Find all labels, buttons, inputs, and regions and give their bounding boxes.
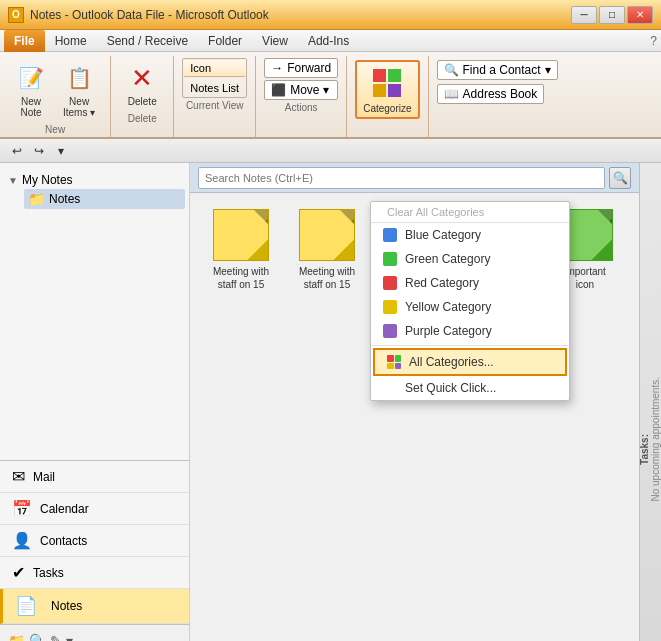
note-item[interactable]: Meeting withstaff on 15 <box>292 209 362 640</box>
all-categories-item[interactable]: All Categories... <box>373 348 567 376</box>
home-menu[interactable]: Home <box>45 32 97 50</box>
note-item[interactable]: Meeting withstaff on 15 <box>206 209 276 640</box>
cat-purple-sq <box>388 84 401 97</box>
notes-tree-label: Notes <box>49 192 80 206</box>
no-appointments-text: No upcoming appointments. <box>650 377 661 502</box>
red-category-label: Red Category <box>405 276 479 290</box>
yellow-category-item[interactable]: Yellow Category <box>371 295 569 319</box>
ribbon-group-actions: → Forward ⬛ Move ▾ Actions <box>256 56 347 137</box>
send-receive-menu[interactable]: Send / Receive <box>97 32 198 50</box>
categorize-section: Categorize <box>347 56 428 137</box>
search-btn[interactable]: 🔍 <box>29 633 46 642</box>
customize-qa-button[interactable]: ▾ <box>52 142 70 160</box>
blue-category-item[interactable]: Blue Category <box>371 223 569 247</box>
notes-list-button[interactable]: Notes List <box>183 79 246 97</box>
red-category-dot <box>383 276 397 290</box>
address-book-icon: 📖 <box>444 87 459 101</box>
purple-category-dot <box>383 324 397 338</box>
mail-nav-item[interactable]: ✉ Mail <box>0 461 189 493</box>
notes-nav-item[interactable]: 📄 Notes <box>0 589 189 624</box>
undo-button[interactable]: ↩ <box>8 142 26 160</box>
mail-label: Mail <box>33 470 55 484</box>
calendar-nav-item[interactable]: 📅 Calendar <box>0 493 189 525</box>
maximize-button[interactable]: □ <box>599 6 625 24</box>
settings-btn[interactable]: ✎ <box>50 633 62 642</box>
new-items-button[interactable]: 📋 NewItems ▾ <box>56 58 102 122</box>
delete-label: Delete <box>128 96 157 107</box>
delete-button[interactable]: ✕ Delete <box>119 58 165 111</box>
address-book-button[interactable]: 📖 Address Book <box>437 84 545 104</box>
close-button[interactable]: ✕ <box>627 6 653 24</box>
yellow-category-label: Yellow Category <box>405 300 491 314</box>
red-category-item[interactable]: Red Category <box>371 271 569 295</box>
green-category-label: Green Category <box>405 252 490 266</box>
dropdown-divider <box>371 345 569 346</box>
redo-button[interactable]: ↪ <box>30 142 48 160</box>
set-quick-click-item[interactable]: Set Quick Click... <box>371 376 569 400</box>
contacts-label: Contacts <box>40 534 87 548</box>
main-layout: ▼ My Notes 📁 Notes ✉ Mail 📅 Calendar 👤 <box>0 163 661 641</box>
note-paper <box>213 209 269 261</box>
actions-buttons: → Forward ⬛ Move ▾ <box>264 58 338 100</box>
blue-category-label: Blue Category <box>405 228 481 242</box>
all-categories-label: All Categories... <box>409 355 494 369</box>
file-menu[interactable]: File <box>4 30 45 52</box>
cat-red-sq <box>373 69 386 82</box>
tasks-label[interactable]: Tasks: <box>639 434 650 465</box>
purple-category-item[interactable]: Purple Category <box>371 319 569 343</box>
purple-category-label: Purple Category <box>405 324 492 338</box>
all-categories-icon <box>387 355 401 369</box>
note-icon <box>213 209 269 261</box>
new-note-button[interactable]: 📝 NewNote <box>8 58 54 122</box>
title-bar-text: Notes - Outlook Data File - Microsoft Ou… <box>30 8 269 22</box>
cat-yellow-sq <box>373 84 386 97</box>
my-notes-item[interactable]: ▼ My Notes <box>4 171 185 189</box>
window-controls[interactable]: ─ □ ✕ <box>571 6 653 24</box>
search-input[interactable] <box>198 167 605 189</box>
categorize-label: Categorize <box>363 103 411 114</box>
new-note-icon: 📝 <box>15 62 47 94</box>
green-category-dot <box>383 252 397 266</box>
categorize-icon <box>369 65 405 101</box>
nav-items: ✉ Mail 📅 Calendar 👤 Contacts ✔ Tasks 📄 N… <box>0 460 189 624</box>
help-button[interactable]: ? <box>650 34 657 48</box>
title-bar: O Notes - Outlook Data File - Microsoft … <box>0 0 661 30</box>
categorize-button[interactable]: Categorize <box>355 60 419 119</box>
notes-nav-label: Notes <box>51 599 82 613</box>
calendar-icon: 📅 <box>12 499 32 518</box>
add-ins-menu[interactable]: Add-Ins <box>298 32 359 50</box>
tasks-icon: ✔ <box>12 563 25 582</box>
icon-view-button[interactable]: Icon <box>183 59 246 77</box>
yellow-category-dot <box>383 300 397 314</box>
note-label: importanticon <box>564 265 606 291</box>
search-bar: 🔍 <box>190 163 639 193</box>
folder-menu[interactable]: Folder <box>198 32 252 50</box>
minimize-button[interactable]: ─ <box>571 6 597 24</box>
search-button[interactable]: 🔍 <box>609 167 631 189</box>
green-category-item[interactable]: Green Category <box>371 247 569 271</box>
forward-label: Forward <box>287 61 331 75</box>
view-buttons: Icon Notes List <box>182 58 247 98</box>
find-contact-button[interactable]: 🔍 Find a Contact ▾ <box>437 60 558 80</box>
move-button[interactable]: ⬛ Move ▾ <box>264 80 338 100</box>
address-book-label: Address Book <box>463 87 538 101</box>
right-panel: No upcoming appointments. Tasks: <box>639 163 661 641</box>
calendar-label: Calendar <box>40 502 89 516</box>
more-btn[interactable]: ▾ <box>66 633 73 642</box>
note-label: Meeting withstaff on 15 <box>299 265 355 291</box>
tasks-label: Tasks <box>33 566 64 580</box>
folder-btn[interactable]: 📁 <box>8 633 25 642</box>
dropdown-header: Clear All Categories <box>371 202 569 223</box>
notes-tree-item[interactable]: 📁 Notes <box>24 189 185 209</box>
notes-nav-icon: 📄 <box>15 595 37 617</box>
view-menu[interactable]: View <box>252 32 298 50</box>
contacts-nav-item[interactable]: 👤 Contacts <box>0 525 189 557</box>
current-view-label: Current View <box>186 100 244 111</box>
new-buttons: 📝 NewNote 📋 NewItems ▾ <box>8 58 102 122</box>
mail-icon: ✉ <box>12 467 25 486</box>
new-items-icon: 📋 <box>63 62 95 94</box>
note-icon <box>299 209 355 261</box>
forward-button[interactable]: → Forward <box>264 58 338 78</box>
tasks-nav-item[interactable]: ✔ Tasks <box>0 557 189 589</box>
new-group-label: New <box>45 124 65 135</box>
